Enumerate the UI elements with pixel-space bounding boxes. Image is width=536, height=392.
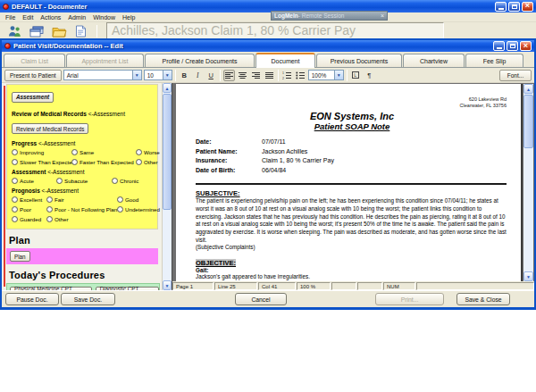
subjective-text: The patient is experiencing pelvis/hip p… — [196, 197, 507, 244]
menu-admin[interactable]: Admin — [64, 14, 89, 21]
radio-icon — [71, 149, 78, 155]
radio-guarded[interactable]: Guarded — [12, 216, 46, 222]
visit-close-button[interactable]: × — [520, 41, 532, 51]
menu-actions[interactable]: Actions — [37, 14, 64, 21]
field-row: Date:07/07/11 — [196, 138, 508, 147]
review-of-medical-records-button[interactable]: Review of Medical Records — [12, 123, 88, 134]
scrollbar-thumb[interactable] — [163, 94, 172, 210]
document-note-icon[interactable] — [75, 25, 87, 38]
radio-improving[interactable]: Improving — [12, 149, 71, 155]
radio-faster-than-expected[interactable]: Faster Than Expected — [71, 159, 136, 165]
menu-window[interactable]: Window — [89, 14, 119, 21]
radio-icon — [117, 196, 123, 203]
page-layout-button[interactable]: L — [350, 70, 362, 81]
tab-fee-slip[interactable]: Fee Slip — [465, 54, 523, 67]
radio-poor-not-following-plan[interactable]: Poor - Not Following Plan — [46, 206, 117, 213]
bold-button[interactable]: B — [179, 70, 190, 81]
save-doc-button[interactable]: Save Doc. — [61, 293, 115, 305]
patient-fields: Date:07/07/11 Patient Name:Jackson Achil… — [196, 138, 508, 175]
logmein-subtitle: - Remote Session — [298, 13, 345, 19]
tab-previous-documents[interactable]: Previous Documents — [316, 54, 402, 67]
scroll-up-icon[interactable]: ▲ — [163, 83, 172, 93]
radio-fair[interactable]: Fair — [46, 196, 117, 203]
status-empty — [331, 282, 356, 290]
open-folder-icon[interactable] — [52, 26, 67, 38]
scrollbar-thumb[interactable] — [523, 95, 533, 148]
patient-display: Achilles, Jackson Claim 1, 80 % Carrier … — [106, 22, 444, 39]
restore-button[interactable] — [508, 2, 520, 12]
subjective-note: (Subjective Complaints) — [196, 244, 507, 252]
radio-progress-other[interactable]: Other — [136, 159, 160, 165]
minimize-button[interactable] — [495, 2, 507, 12]
underline-button[interactable]: U — [205, 70, 217, 81]
prognosis-options: Excellent Fair Good Poor Poor - Not Foll… — [12, 196, 155, 222]
radio-icon — [46, 196, 53, 203]
document-scrollbar[interactable]: ▲ ▼ — [523, 84, 533, 281]
save-and-close-button[interactable]: Save & Close — [456, 293, 510, 305]
assessment-heading-label: Assessment — [12, 169, 46, 175]
tab-appointment-list: Appointment List — [66, 54, 144, 67]
assessment-button[interactable]: Assessment — [12, 92, 54, 103]
plan-button[interactable]: Plan — [10, 251, 30, 262]
zoom-select[interactable]: 100% ▼ — [308, 70, 344, 80]
content-area: Assessment Review of Medical Records <-A… — [2, 83, 534, 290]
tab-profile-create-documents[interactable]: Profile / Create Documents — [145, 54, 255, 67]
radio-prognosis-other[interactable]: Other — [46, 216, 117, 222]
documenter-window: DEFAULT - Documenter × File Edit Actions… — [0, 0, 536, 310]
radio-subacute[interactable]: Subacute — [56, 178, 112, 184]
radio-undetermined[interactable]: Undetermined — [117, 206, 160, 213]
font-size-select[interactable]: 10 ▼ — [144, 70, 172, 80]
pause-doc-button[interactable]: Pause Doc. — [5, 293, 59, 305]
radio-acute[interactable]: Acute — [12, 178, 56, 184]
clinic-address: 620 Lakeview Rd Clearwater, FL 33756 — [196, 96, 507, 109]
paragraph-marks-button[interactable]: ¶ — [364, 70, 375, 81]
align-left-button[interactable] — [223, 70, 235, 81]
italic-button[interactable]: I — [192, 70, 204, 81]
bullet-list-button[interactable] — [295, 70, 306, 81]
radio-poor[interactable]: Poor — [12, 206, 46, 213]
soap-note-page[interactable]: 620 Lakeview Rd Clearwater, FL 33756 EON… — [176, 84, 523, 281]
template-panel: Assessment Review of Medical Records <-A… — [2, 83, 162, 290]
scroll-down-icon[interactable]: ▼ — [523, 271, 533, 281]
radio-good[interactable]: Good — [117, 196, 160, 203]
tab-chartview[interactable]: Chartview — [403, 54, 465, 67]
font-dialog-button[interactable]: Font... — [499, 70, 532, 81]
visit-minimize-button[interactable] — [493, 41, 505, 51]
prognosis-heading-suffix: <-Assessment — [42, 188, 79, 194]
scroll-up-icon[interactable]: ▲ — [523, 84, 533, 94]
radio-worse[interactable]: Worse — [136, 149, 160, 155]
panel-scrollbar[interactable]: ▲ ▼ — [162, 83, 172, 290]
menu-edit[interactable]: Edit — [19, 14, 37, 21]
app-icon — [3, 4, 9, 10]
document-area: 620 Lakeview Rd Clearwater, FL 33756 EON… — [172, 83, 534, 290]
logmein-close-icon[interactable]: × — [381, 13, 384, 19]
tab-document[interactable]: Document — [255, 53, 315, 68]
prognosis-heading: Prognosis <-Assessment — [12, 188, 155, 194]
radio-same[interactable]: Same — [71, 149, 136, 155]
cancel-button[interactable]: Cancel — [235, 293, 287, 305]
scroll-down-icon[interactable]: ▼ — [163, 280, 172, 290]
justify-button[interactable] — [264, 70, 275, 81]
present-to-patient-button[interactable]: Present to Patient — [4, 70, 62, 81]
radio-chronic[interactable]: Chronic — [112, 178, 155, 184]
menu-help[interactable]: Help — [119, 14, 138, 21]
gait-text: Jackson's gait appeared to have irregula… — [196, 273, 507, 281]
visit-titlebar: Patient Visit/Documentation -- Edit × — [2, 40, 534, 52]
menu-file[interactable]: File — [2, 14, 19, 21]
close-button[interactable]: × — [522, 2, 533, 12]
numbered-list-button[interactable]: 12 — [281, 70, 293, 81]
radio-slower-than-expected[interactable]: Slower Than Expected — [12, 159, 71, 165]
logmein-banner[interactable]: LogMeIn - Remote Session × — [271, 11, 388, 21]
visit-restore-button[interactable] — [507, 41, 518, 51]
align-center-button[interactable] — [237, 70, 248, 81]
font-name-select[interactable]: Arial ▼ — [63, 70, 142, 80]
radio-icon — [136, 159, 142, 165]
progress-options: Improving Same Worse Slower Than Expecte… — [12, 149, 155, 165]
claim-window-icon[interactable] — [29, 26, 44, 38]
status-num-lock: NUM — [383, 282, 415, 290]
field-row: Insurance:Claim 1, 80 % Carrier Pay — [196, 156, 508, 166]
radio-excellent[interactable]: Excellent — [12, 196, 46, 203]
align-right-button[interactable] — [250, 70, 262, 81]
progress-heading-label: Progress — [12, 140, 37, 146]
patients-icon[interactable] — [8, 25, 21, 38]
